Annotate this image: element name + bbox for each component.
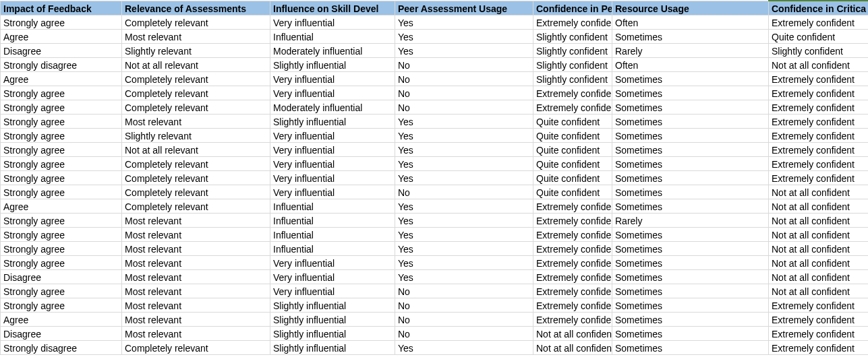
cell[interactable]: Yes [395, 170, 533, 185]
cell[interactable]: Slightly confident [533, 71, 612, 86]
cell[interactable]: Often [612, 57, 769, 71]
table-row[interactable]: Strongly agreeSlightly relevantVery infl… [1, 128, 869, 142]
cell[interactable]: Strongly disagree [1, 57, 122, 71]
cell[interactable]: Quite confident [533, 185, 612, 199]
cell[interactable]: Extremely confident [533, 100, 612, 114]
cell[interactable]: Disagree [1, 269, 122, 284]
cell[interactable]: Not at all relevant [122, 57, 270, 71]
cell[interactable]: Strongly agree [1, 100, 122, 114]
cell[interactable]: Strongly agree [1, 298, 122, 312]
cell[interactable]: Completely relevant [122, 199, 270, 213]
cell[interactable]: Yes [395, 199, 533, 213]
cell[interactable]: Most relevant [122, 284, 270, 298]
cell[interactable]: Agree [1, 199, 122, 213]
cell[interactable]: Rarely [612, 213, 769, 227]
cell[interactable]: Extremely confident [769, 142, 869, 156]
cell[interactable]: Not at all confident [533, 340, 612, 354]
cell[interactable]: No [395, 71, 533, 86]
cell[interactable]: Quite confident [533, 170, 612, 185]
cell[interactable]: Extremely confident [769, 326, 869, 340]
cell[interactable]: Yes [395, 213, 533, 227]
cell[interactable]: Most relevant [122, 269, 270, 284]
cell[interactable]: Very influential [270, 156, 395, 170]
table-row[interactable]: DisagreeMost relevantSlightly influentia… [1, 326, 869, 340]
cell[interactable]: Most relevant [122, 213, 270, 227]
cell[interactable]: Not at all confident [769, 57, 869, 71]
cell[interactable]: Yes [395, 114, 533, 128]
cell[interactable]: Extremely confident [533, 227, 612, 241]
cell[interactable]: Very influential [270, 128, 395, 142]
cell[interactable]: Extremely confident [533, 241, 612, 255]
cell[interactable]: No [395, 284, 533, 298]
cell[interactable]: Extremely confident [769, 100, 869, 114]
cell[interactable]: Extremely confident [533, 312, 612, 326]
cell[interactable]: Slightly influential [270, 312, 395, 326]
data-table[interactable]: Impact of Feedback Relevance of Assessme… [0, 0, 868, 355]
table-row[interactable]: Strongly agreeMost relevantSlightly infl… [1, 114, 869, 128]
cell[interactable]: Most relevant [122, 227, 270, 241]
cell[interactable]: Extremely confident [533, 199, 612, 213]
cell[interactable]: Strongly agree [1, 170, 122, 185]
table-row[interactable]: Strongly agreeMost relevantInfluentialYe… [1, 213, 869, 227]
cell[interactable]: Influential [270, 213, 395, 227]
cell[interactable]: Moderately influential [270, 100, 395, 114]
cell[interactable]: Yes [395, 227, 533, 241]
cell[interactable]: Strongly agree [1, 86, 122, 100]
cell[interactable]: Extremely confident [533, 298, 612, 312]
cell[interactable]: Sometimes [612, 86, 769, 100]
cell[interactable]: Yes [395, 241, 533, 255]
cell[interactable]: Very influential [270, 170, 395, 185]
table-row[interactable]: AgreeMost relevantSlightly influentialNo… [1, 312, 869, 326]
table-row[interactable]: AgreeMost relevantInfluentialYesSlightly… [1, 29, 869, 43]
cell[interactable]: Sometimes [612, 170, 769, 185]
cell[interactable]: Quite confident [769, 29, 869, 43]
cell[interactable]: Most relevant [122, 255, 270, 269]
cell[interactable]: Strongly disagree [1, 340, 122, 354]
cell[interactable]: No [395, 57, 533, 71]
cell[interactable]: Strongly agree [1, 241, 122, 255]
cell[interactable]: Most relevant [122, 312, 270, 326]
cell[interactable]: Moderately influential [270, 43, 395, 57]
table-row[interactable]: Strongly agreeCompletely relevantVery in… [1, 156, 869, 170]
cell[interactable]: Influential [270, 199, 395, 213]
cell[interactable]: Influential [270, 227, 395, 241]
cell[interactable]: Sometimes [612, 340, 769, 354]
cell[interactable]: No [395, 326, 533, 340]
cell[interactable]: Very influential [270, 86, 395, 100]
cell[interactable]: Agree [1, 29, 122, 43]
spreadsheet-view[interactable]: Impact of Feedback Relevance of Assessme… [0, 0, 868, 355]
cell[interactable]: Sometimes [612, 128, 769, 142]
table-row[interactable]: AgreeCompletely relevantInfluentialYesEx… [1, 199, 869, 213]
cell[interactable]: Quite confident [533, 114, 612, 128]
cell[interactable]: Very influential [270, 269, 395, 284]
cell[interactable]: Yes [395, 255, 533, 269]
table-row[interactable]: DisagreeSlightly relevantModerately infl… [1, 43, 869, 57]
cell[interactable]: Sometimes [612, 29, 769, 43]
cell[interactable]: Not at all confident [769, 213, 869, 227]
cell[interactable]: Agree [1, 312, 122, 326]
col-header[interactable]: Influence on Skill Devel [270, 1, 395, 15]
cell[interactable]: Not at all confident [769, 199, 869, 213]
cell[interactable]: Slightly influential [270, 340, 395, 354]
col-header[interactable]: Relevance of Assessments [122, 1, 270, 15]
cell[interactable]: Slightly relevant [122, 43, 270, 57]
cell[interactable]: Influential [270, 29, 395, 43]
cell[interactable]: Slightly influential [270, 298, 395, 312]
cell[interactable]: Extremely confident [533, 284, 612, 298]
cell[interactable]: Disagree [1, 326, 122, 340]
cell[interactable]: Sometimes [612, 269, 769, 284]
table-row[interactable]: Strongly agreeMost relevantVery influent… [1, 284, 869, 298]
cell[interactable]: Sometimes [612, 114, 769, 128]
table-row[interactable]: Strongly agreeCompletely relevantVery in… [1, 86, 869, 100]
cell[interactable]: Completely relevant [122, 86, 270, 100]
cell[interactable]: No [395, 185, 533, 199]
cell[interactable]: Slightly relevant [122, 128, 270, 142]
cell[interactable]: Yes [395, 29, 533, 43]
cell[interactable]: Completely relevant [122, 340, 270, 354]
cell[interactable]: Yes [395, 156, 533, 170]
cell[interactable]: Strongly agree [1, 255, 122, 269]
cell[interactable]: Quite confident [533, 142, 612, 156]
cell[interactable]: Yes [395, 15, 533, 29]
cell[interactable]: Very influential [270, 15, 395, 29]
cell[interactable]: Not at all confident [769, 185, 869, 199]
